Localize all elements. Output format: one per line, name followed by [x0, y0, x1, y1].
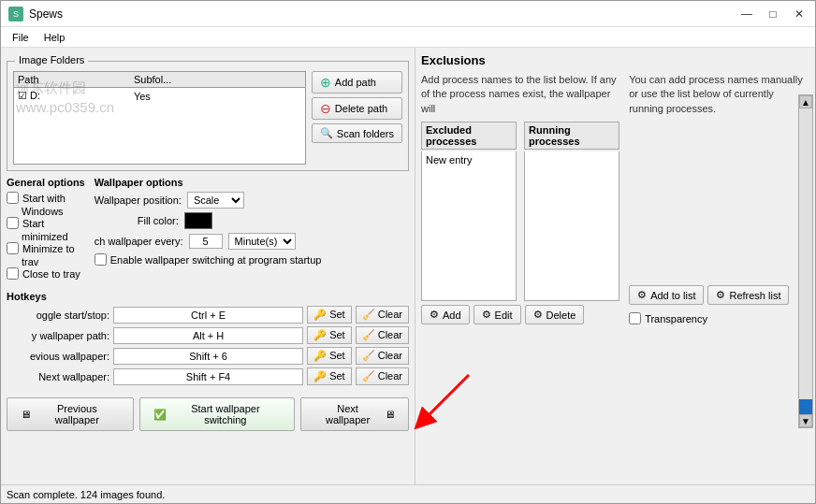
- hotkey-input-2[interactable]: [113, 348, 303, 365]
- image-folders-title: Image Folders: [15, 54, 88, 65]
- add-icon: ⚙: [430, 309, 439, 321]
- hotkey-label-3: Next wallpaper:: [7, 371, 109, 382]
- right-description: You can add process names manually or us…: [629, 73, 809, 278]
- hotkey-set-1[interactable]: 🔑 Set: [307, 326, 352, 344]
- previous-wallpaper-button[interactable]: 🖥 Previous wallpaper: [7, 397, 134, 431]
- hotkey-input-0[interactable]: [113, 307, 303, 324]
- menu-item-file[interactable]: File: [5, 30, 36, 45]
- hotkey-clear-1[interactable]: 🧹 Clear: [356, 326, 409, 344]
- scan-folders-button[interactable]: 🔍 Scan folders: [312, 123, 402, 143]
- wallpaper-position-row: Wallpaper position: Scale Stretch Fit Fi…: [95, 192, 409, 209]
- col-path: Path: [14, 72, 130, 88]
- checkbox-minimize-tray: Minimize to: [7, 242, 85, 254]
- transparency-checkbox[interactable]: [629, 312, 641, 324]
- status-text: Scan complete. 124 images found.: [7, 489, 165, 500]
- change-every-input[interactable]: [189, 234, 223, 249]
- fill-color-picker[interactable]: [184, 212, 212, 229]
- folders-list: Path Subfol... ☑ D: Yes: [14, 72, 305, 104]
- excluded-col-list[interactable]: New entry: [421, 151, 517, 301]
- transparency-row: Transparency: [629, 312, 809, 324]
- hotkey-clear-0[interactable]: 🧹 Clear: [356, 306, 409, 324]
- hotkey-label-2: evious wallpaper:: [7, 351, 109, 362]
- minimize-button[interactable]: —: [735, 4, 759, 24]
- hotkeys-group: Hotkeys oggle start/stop: 🔑 Set 🧹 Clear …: [7, 291, 409, 388]
- transparency-label: Transparency: [645, 313, 707, 324]
- change-every-unit[interactable]: Minute(s) Hour(s) Day(s): [228, 233, 296, 250]
- close-button[interactable]: ✕: [787, 4, 811, 24]
- options-row: General options Start with Windows Start…: [7, 177, 409, 281]
- fill-color-row: Fill color:: [95, 212, 409, 229]
- hotkey-row-2: evious wallpaper: 🔑 Set 🧹 Clear: [7, 347, 409, 365]
- delete-button[interactable]: ⚙ Delete: [525, 305, 585, 324]
- running-actions: ⚙ Add to list ⚙ Refresh list: [629, 285, 809, 305]
- prev-icon: 🖥: [21, 409, 31, 420]
- checkbox-close-tray: Close to tray: [7, 267, 85, 280]
- scroll-up-btn[interactable]: ▲: [799, 95, 812, 108]
- hotkey-set-2[interactable]: 🔑 Set: [307, 347, 352, 365]
- change-every-row: ch wallpaper every: Minute(s) Hour(s) Da…: [95, 233, 409, 250]
- hotkey-set-3[interactable]: 🔑 Set: [307, 367, 352, 385]
- wallpaper-options: Wallpaper options Wallpaper position: Sc…: [95, 177, 409, 281]
- enable-switching-label: Enable wallpaper switching at program st…: [110, 254, 322, 266]
- edit-button[interactable]: ⚙ Edit: [474, 305, 521, 324]
- checkbox-start-windows: Start with: [7, 192, 85, 204]
- row-check: ☑ D:: [14, 88, 130, 105]
- row-subfol: Yes: [130, 88, 305, 105]
- position-label: Wallpaper position:: [95, 194, 182, 206]
- excluded-col-header: Excluded processes: [421, 122, 517, 150]
- menu-item-help[interactable]: Help: [36, 30, 73, 45]
- hotkey-row-0: oggle start/stop: 🔑 Set 🧹 Clear: [7, 306, 409, 324]
- next-wallpaper-button[interactable]: Next wallpaper 🖥: [300, 397, 409, 431]
- checkbox-min-tray-input[interactable]: [7, 242, 19, 254]
- right-panel: Exclusions Add process names to the list…: [415, 48, 815, 484]
- hotkey-row-3: Next wallpaper: 🔑 Set 🧹 Clear: [7, 367, 409, 385]
- hotkey-clear-3[interactable]: 🧹 Clear: [356, 367, 409, 385]
- excluded-item-0[interactable]: New entry: [424, 153, 514, 166]
- hotkey-input-3[interactable]: [113, 368, 303, 385]
- hotkey-set-0[interactable]: 🔑 Set: [307, 306, 352, 324]
- excluded-col: Excluded processes New entry: [421, 122, 517, 301]
- hotkey-label-1: y wallpaper path:: [7, 330, 109, 341]
- general-options: General options Start with Windows Start…: [7, 177, 85, 281]
- add-to-list-button[interactable]: ⚙ Add to list: [629, 285, 704, 305]
- hotkey-input-1[interactable]: [113, 327, 303, 344]
- exclusions-desc: Add process names to the list below. If …: [421, 73, 619, 116]
- scroll-down-btn[interactable]: ▼: [799, 414, 812, 427]
- running-col-header: Running processes: [524, 122, 619, 150]
- add-path-button[interactable]: ⊕ Add path: [312, 71, 402, 94]
- checkbox-start-windows-input[interactable]: [7, 192, 19, 204]
- table-row[interactable]: ☑ D: Yes: [14, 88, 305, 105]
- checkbox-start-min-input[interactable]: [7, 217, 19, 229]
- wallpaper-options-title: Wallpaper options: [95, 177, 409, 188]
- hotkey-row-1: y wallpaper path: 🔑 Set 🧹 Clear: [7, 326, 409, 344]
- hotkey-clear-2[interactable]: 🧹 Clear: [356, 347, 409, 365]
- add-button[interactable]: ⚙ Add: [421, 305, 470, 324]
- checkbox-close-tray-input[interactable]: [7, 267, 19, 280]
- image-folders-content: Path Subfol... ☑ D: Yes: [13, 71, 402, 165]
- checkbox-start-minimized: Start: [7, 217, 85, 229]
- right-top: Add process names to the list below. If …: [421, 73, 809, 324]
- left-panel: Image Folders Path Subfol...: [1, 48, 415, 484]
- bottom-buttons: 🖥 Previous wallpaper ✅ Start wallpaper s…: [7, 394, 409, 435]
- enable-switching-checkbox[interactable]: [95, 253, 107, 266]
- delete-path-button[interactable]: ⊖ Delete path: [312, 97, 402, 120]
- right-col-desc-area: You can add process names manually or us…: [629, 73, 809, 324]
- label-minimized: minimized: [7, 231, 85, 242]
- folders-table[interactable]: Path Subfol... ☑ D: Yes: [13, 71, 306, 165]
- scroll-thumb[interactable]: [799, 399, 812, 414]
- exclusions-columns: Excluded processes New entry Running pro…: [421, 122, 619, 301]
- scrollbar-v[interactable]: ▲ ▼: [798, 94, 813, 428]
- start-switching-button[interactable]: ✅ Start wallpaper switching: [139, 397, 296, 431]
- fill-color-label: Fill color:: [95, 215, 179, 226]
- add-path-icon: ⊕: [320, 75, 331, 90]
- running-col-list[interactable]: [524, 151, 619, 301]
- refresh-list-button[interactable]: ⚙ Refresh list: [707, 285, 789, 305]
- maximize-button[interactable]: □: [761, 4, 785, 24]
- status-bar: Scan complete. 124 images found.: [1, 484, 815, 503]
- col-subfol: Subfol...: [130, 72, 305, 88]
- position-select[interactable]: Scale Stretch Fit Fill Center Tile: [187, 192, 244, 209]
- general-options-title: General options: [7, 177, 85, 188]
- image-folders-group: Image Folders Path Subfol...: [7, 61, 409, 171]
- refresh-icon: ⚙: [716, 289, 725, 301]
- label-tray: trav: [7, 256, 85, 267]
